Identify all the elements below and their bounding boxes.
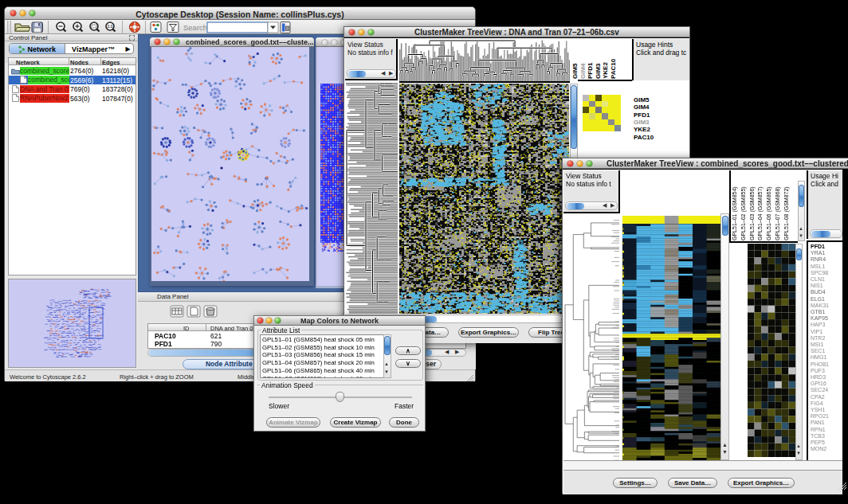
svg-text:1:1: 1:1 — [107, 24, 112, 29]
svg-text:Search:: Search: — [183, 23, 210, 32]
